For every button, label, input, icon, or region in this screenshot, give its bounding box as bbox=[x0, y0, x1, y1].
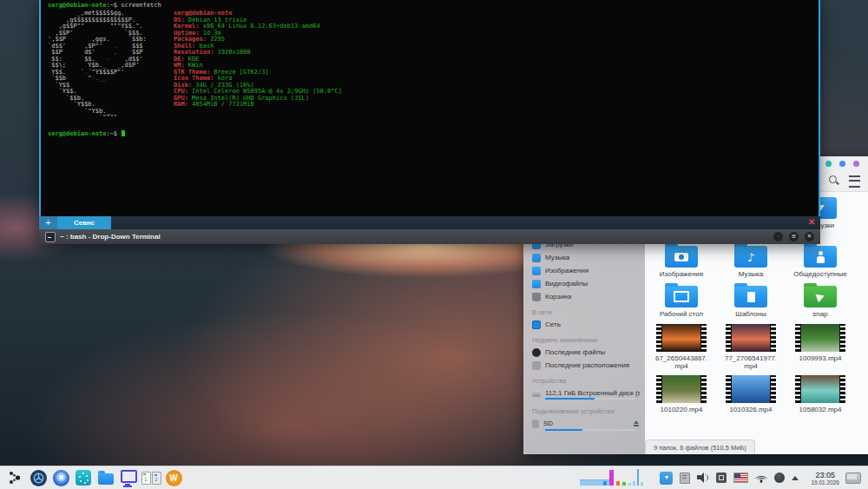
close-tab-icon[interactable]: ✕ bbox=[803, 216, 820, 229]
disk-icon bbox=[532, 391, 541, 397]
digital-clock[interactable]: 23:05 19.01.2026 bbox=[811, 471, 839, 486]
terminal-title: ~ : bash - Drop-Down Terminal bbox=[60, 233, 161, 241]
taskbar: 1 2 W ▾ 23:05 19.01.2026 bbox=[0, 466, 868, 489]
terminal-window: serg@debian-note:~$ screenfetch _,met$$$… bbox=[39, 0, 820, 244]
software-center-icon bbox=[76, 470, 91, 486]
places-section-header: Недавно изменённые bbox=[523, 331, 645, 346]
clock-icon bbox=[532, 348, 541, 357]
close-button[interactable] bbox=[853, 161, 859, 167]
clipboard-tray-icon[interactable] bbox=[680, 472, 690, 484]
input-method-icon[interactable] bbox=[716, 472, 727, 483]
settings-wheel-launcher[interactable] bbox=[30, 469, 47, 486]
video-thumbnail bbox=[656, 324, 707, 352]
folder-icon bbox=[532, 280, 541, 288]
system-tray: ▾ bbox=[660, 472, 799, 485]
debian-ascii-logo: _,met$$$$$gg. ,g$$$$$$$$$$$$$$$P. ,g$$P"… bbox=[48, 10, 147, 122]
terminal-screen[interactable]: serg@debian-note:~$ screenfetch _,met$$$… bbox=[39, 0, 820, 216]
close-button[interactable]: ✕ bbox=[805, 232, 814, 241]
desktop-1[interactable]: 1 bbox=[141, 472, 151, 485]
terminal-app-icon bbox=[45, 232, 56, 242]
sysinfo: serg@debian-noteOS: Debian 13 trixieKern… bbox=[174, 10, 342, 109]
terminal-prompt-line: serg@debian-note:~$ screenfetch bbox=[48, 3, 161, 10]
dolphin-launcher[interactable] bbox=[97, 469, 115, 486]
volume-icon[interactable] bbox=[697, 472, 709, 483]
minimize-button[interactable] bbox=[825, 161, 832, 167]
virtual-desktop-pager[interactable]: 1 2 bbox=[142, 469, 160, 486]
software-center-launcher[interactable] bbox=[75, 469, 92, 486]
video-thumbnail bbox=[726, 324, 776, 352]
chromium-launcher[interactable] bbox=[52, 469, 69, 486]
app-launcher-icon bbox=[7, 469, 24, 486]
monitor-icon bbox=[121, 470, 137, 483]
folder-icon bbox=[532, 267, 541, 275]
places-item[interactable]: Изображения bbox=[523, 264, 645, 277]
folder-icon bbox=[734, 246, 767, 268]
expand-tray-arrow-icon[interactable] bbox=[792, 476, 799, 480]
file-item[interactable]: 77_2706541977.mp4 bbox=[716, 322, 786, 370]
folder-item[interactable]: Шаблоны bbox=[716, 282, 786, 318]
minimize-button[interactable]: · bbox=[773, 232, 783, 241]
places-item[interactable]: 112,1 ГиБ Встроенный диск (sda2) bbox=[523, 387, 645, 399]
terminal-prompt-line-2: serg@debian-note:~$ bbox=[48, 130, 125, 138]
folder-item[interactable]: Общедоступные bbox=[786, 242, 855, 278]
display-launcher[interactable] bbox=[120, 469, 137, 486]
folder-icon bbox=[665, 246, 698, 268]
places-section-header: Устройства bbox=[523, 372, 645, 387]
recent-icon bbox=[532, 361, 541, 370]
session-tab[interactable]: Сеанс bbox=[57, 216, 111, 229]
folder-icon bbox=[665, 286, 698, 307]
file-item[interactable]: 1058032.mp4 bbox=[786, 373, 855, 413]
folder-icon bbox=[532, 254, 541, 262]
chromium-browser-icon bbox=[53, 470, 69, 486]
terminal-tabbar: + Сеанс ✕ bbox=[39, 216, 820, 229]
folder-icon bbox=[734, 286, 767, 307]
wifi-icon[interactable] bbox=[755, 473, 767, 483]
places-item[interactable]: Видеофайлы bbox=[523, 277, 645, 290]
folder-icon bbox=[804, 286, 837, 307]
wps-office-icon: W bbox=[166, 470, 182, 486]
eject-icon[interactable] bbox=[633, 420, 640, 427]
places-item[interactable]: Музыка bbox=[523, 251, 645, 264]
places-item[interactable]: Корзина bbox=[523, 290, 645, 303]
maximize-button[interactable]: ≡ bbox=[789, 232, 799, 241]
app-launcher-button[interactable] bbox=[7, 469, 24, 486]
clock-date: 19.01.2026 bbox=[811, 479, 839, 486]
capacity-bar bbox=[545, 429, 635, 431]
status-circle-icon[interactable] bbox=[774, 472, 785, 483]
file-item[interactable]: 67_2650443867.mp4 bbox=[647, 322, 716, 370]
terminal-titlebar[interactable]: ~ : bash - Drop-Down Terminal · ≡ ✕ bbox=[39, 229, 820, 244]
yakuake-tray-icon[interactable]: ▾ bbox=[660, 472, 673, 485]
places-item[interactable]: Сеть bbox=[523, 318, 645, 331]
us-flag-keyboard-layout-icon[interactable] bbox=[733, 472, 748, 483]
hamburger-menu-icon[interactable] bbox=[849, 175, 860, 188]
video-thumbnail bbox=[656, 375, 707, 403]
new-tab-button[interactable]: + bbox=[39, 216, 57, 229]
clock-time: 23:05 bbox=[811, 471, 839, 479]
folder-item[interactable]: snap bbox=[786, 282, 855, 318]
show-desktop-button[interactable] bbox=[845, 472, 861, 484]
desktop-2[interactable]: 2 bbox=[152, 472, 161, 485]
maximize-button[interactable] bbox=[839, 161, 845, 167]
trash-icon bbox=[532, 293, 541, 301]
system-monitor-widget[interactable] bbox=[580, 468, 651, 487]
folder-item[interactable]: Изображения bbox=[647, 242, 716, 278]
folder-item[interactable]: Музыка bbox=[716, 242, 786, 278]
folder-icon bbox=[98, 473, 114, 485]
settings-wheel-icon bbox=[30, 470, 47, 486]
folder-item[interactable]: Рабочий стол bbox=[647, 282, 716, 318]
pager-icon: 1 2 bbox=[141, 472, 161, 485]
video-thumbnail bbox=[795, 324, 845, 352]
wps-office-launcher[interactable]: W bbox=[165, 469, 182, 486]
places-item[interactable]: Последние файлы bbox=[523, 346, 645, 359]
video-thumbnail bbox=[726, 375, 776, 403]
capacity-bar bbox=[545, 398, 635, 400]
file-item[interactable]: 1010220.mp4 bbox=[647, 373, 716, 413]
sd-icon bbox=[532, 420, 539, 428]
file-item[interactable]: 1009993.mp4 bbox=[786, 322, 855, 370]
network-icon bbox=[532, 320, 541, 329]
places-item[interactable]: Последние расположения bbox=[523, 359, 645, 372]
file-item[interactable]: 1010326.mp4 bbox=[716, 373, 786, 413]
search-icon[interactable] bbox=[828, 175, 839, 186]
places-item[interactable]: SD bbox=[523, 417, 645, 430]
desktop-wallpaper: ЗагрузкиМузыкаИзображенияВидеофайлыКорзи… bbox=[0, 0, 868, 489]
